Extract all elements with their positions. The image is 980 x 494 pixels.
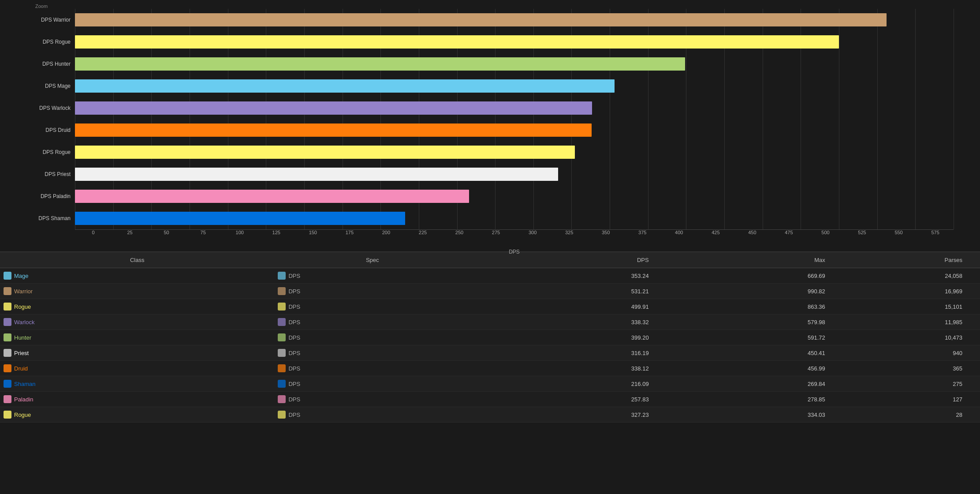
bar-label: DPS Hunter xyxy=(35,61,75,67)
bar-row: DPS Shaman xyxy=(35,209,954,228)
class-cell: Mage xyxy=(4,272,271,280)
spec-icon xyxy=(278,287,286,295)
bar-row: DPS Rogue xyxy=(35,143,954,161)
table-row: WarriorDPS531.21990.8216,969 xyxy=(0,284,980,299)
spec-name: DPS xyxy=(288,381,300,387)
parses-value: 10,473 xyxy=(843,330,980,345)
spec-cell: DPS xyxy=(278,333,467,341)
grid-line xyxy=(954,9,954,229)
bar xyxy=(75,101,592,115)
parses-value: 940 xyxy=(843,345,980,361)
x-tick: 200 xyxy=(368,230,404,235)
class-cell: Warrior xyxy=(4,287,271,295)
class-name[interactable]: Rogue xyxy=(14,303,31,310)
table-row: RogueDPS499.91863.3615,101 xyxy=(0,299,980,314)
spec-icon xyxy=(278,411,286,419)
dps-value: 257.83 xyxy=(470,392,667,407)
spec-cell: DPS xyxy=(278,364,467,372)
x-axis: 0255075100125150175200225250275300325350… xyxy=(75,229,954,247)
x-tick: 100 xyxy=(221,230,258,235)
spec-icon xyxy=(278,364,286,372)
max-value: 456.99 xyxy=(667,361,843,376)
x-tick: 500 xyxy=(807,230,844,235)
parses-value: 365 xyxy=(843,361,980,376)
bar-container xyxy=(75,35,954,49)
parses-value: 275 xyxy=(843,376,980,392)
class-icon xyxy=(4,287,11,295)
class-name[interactable]: Druid xyxy=(14,365,28,372)
bar-row: DPS Druid xyxy=(35,121,954,139)
class-name[interactable]: Warlock xyxy=(14,319,34,326)
max-value: 591.72 xyxy=(667,330,843,345)
spec-name: DPS xyxy=(288,350,300,356)
bar-container xyxy=(75,124,954,137)
class-name[interactable]: Warrior xyxy=(14,288,33,295)
spec-name: DPS xyxy=(288,412,300,418)
class-icon xyxy=(4,303,11,311)
bar-row: DPS Rogue xyxy=(35,33,954,51)
bar-container xyxy=(75,79,954,93)
x-tick: 75 xyxy=(185,230,221,235)
max-value: 990.82 xyxy=(667,284,843,299)
x-tick: 150 xyxy=(294,230,331,235)
class-name[interactable]: Paladin xyxy=(14,396,33,403)
spec-name: DPS xyxy=(288,365,300,372)
spec-cell: DPS xyxy=(278,287,467,295)
spec-cell: DPS xyxy=(278,395,467,403)
spec-icon xyxy=(278,318,286,326)
bar-row: DPS Priest xyxy=(35,165,954,183)
x-tick: 225 xyxy=(404,230,441,235)
class-name[interactable]: Shaman xyxy=(14,381,35,387)
spec-name: DPS xyxy=(288,334,300,341)
table-row: MageDPS353.24669.6924,058 xyxy=(0,268,980,284)
dps-value: 327.23 xyxy=(470,407,667,423)
zoom-label: Zoom xyxy=(35,4,48,9)
class-cell: Paladin xyxy=(4,395,271,403)
bar-container xyxy=(75,168,954,181)
bar-container xyxy=(75,57,954,71)
x-tick: 50 xyxy=(148,230,185,235)
bar xyxy=(75,79,615,93)
bar-label: DPS Warlock xyxy=(35,105,75,111)
spec-cell: DPS xyxy=(278,349,467,357)
max-value: 450.41 xyxy=(667,345,843,361)
spec-icon xyxy=(278,333,286,341)
table-row: ShamanDPS216.09269.84275 xyxy=(0,376,980,392)
class-cell: Rogue xyxy=(4,303,271,311)
bar-container xyxy=(75,13,954,26)
table-row: HunterDPS399.20591.7210,473 xyxy=(0,330,980,345)
bar-label: DPS Warrior xyxy=(35,17,75,23)
x-tick: 125 xyxy=(258,230,294,235)
class-cell: Druid xyxy=(4,364,271,372)
class-name[interactable]: Priest xyxy=(14,350,29,356)
class-name[interactable]: Rogue xyxy=(14,412,31,418)
x-tick: 175 xyxy=(331,230,368,235)
class-name[interactable]: Mage xyxy=(14,273,29,279)
dps-value: 338.12 xyxy=(470,361,667,376)
bar-label: DPS Paladin xyxy=(35,193,75,199)
x-axis-ticks: 0255075100125150175200225250275300325350… xyxy=(75,230,954,235)
class-icon xyxy=(4,395,11,403)
x-axis-label: DPS xyxy=(75,249,954,255)
bar xyxy=(75,13,887,26)
x-tick: 350 xyxy=(588,230,624,235)
x-tick: 250 xyxy=(441,230,477,235)
spec-name: DPS xyxy=(288,273,300,279)
x-tick: 375 xyxy=(624,230,661,235)
spec-cell: DPS xyxy=(278,272,467,280)
bar-row: DPS Warlock xyxy=(35,99,954,117)
class-icon xyxy=(4,364,11,372)
bar-container xyxy=(75,212,954,225)
bar xyxy=(75,35,839,49)
bar-row: DPS Paladin xyxy=(35,187,954,206)
spec-name: DPS xyxy=(288,303,300,310)
x-tick: 400 xyxy=(661,230,697,235)
data-table: Class Spec DPS Max Parses MageDPS353.246… xyxy=(0,252,980,423)
class-name[interactable]: Hunter xyxy=(14,334,31,341)
chart-section: Zoom DPS WarriorDPS RogueDPS HunterDPS M… xyxy=(0,0,980,247)
spec-cell: DPS xyxy=(278,303,467,311)
x-tick: 475 xyxy=(771,230,807,235)
bar xyxy=(75,57,685,71)
bars-container: DPS WarriorDPS RogueDPS HunterDPS MageDP… xyxy=(35,9,954,229)
bar-label: DPS Druid xyxy=(35,127,75,133)
